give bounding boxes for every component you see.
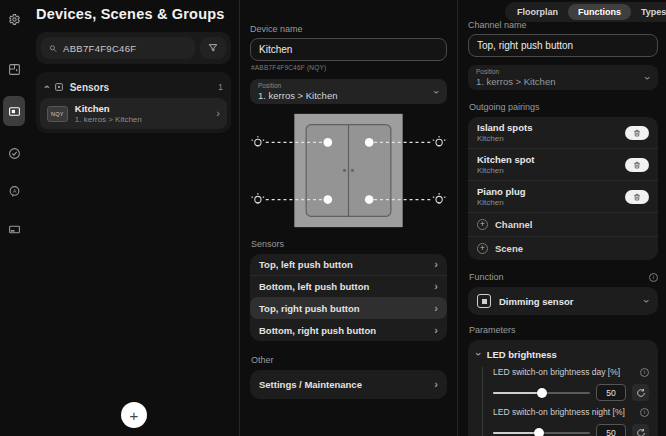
- floorplan-nav-icon[interactable]: [3, 58, 25, 80]
- param-day-controls: [493, 384, 649, 401]
- chevron-right-icon: ›: [216, 108, 220, 119]
- position-lines: Position 1. kerros > Kitchen: [258, 82, 435, 101]
- search-input[interactable]: [41, 37, 195, 59]
- device-tree-panel: Devices, Scenes & Groups › Sensors 1 NQY…: [28, 0, 239, 436]
- param-night-label: LED switch-on brightness night [%]: [493, 407, 625, 417]
- chevron-down-icon: ›: [473, 352, 485, 356]
- function-label-text: Function: [469, 272, 504, 282]
- delete-pairing-button[interactable]: [625, 190, 649, 204]
- media-card-nav-icon[interactable]: [3, 218, 25, 240]
- device-name-input[interactable]: [250, 38, 447, 61]
- other-section-label: Other: [251, 355, 447, 365]
- slider-fill: [493, 392, 542, 395]
- night-brightness-value[interactable]: [596, 424, 626, 436]
- group-label: Sensors: [70, 82, 109, 93]
- pairings-list: Island spots Kitchen Kitchen spot Kitche…: [468, 117, 658, 260]
- filter-funnel-icon: [208, 43, 218, 53]
- device-position-dropdown[interactable]: Position 1. kerros > Kitchen ›: [250, 79, 447, 104]
- filter-button[interactable]: [200, 37, 226, 59]
- add-device-button[interactable]: +: [121, 402, 147, 428]
- position-lines: Position 1. kerros > Kitchen: [476, 68, 646, 87]
- chevron-right-icon: ›: [434, 259, 438, 270]
- trash-icon: [633, 193, 641, 201]
- info-icon[interactable]: i: [649, 273, 658, 282]
- parameters-section-label: Parameters: [469, 325, 658, 335]
- collapse-chevron-icon: ›: [40, 85, 52, 89]
- led-brightness-group-header[interactable]: › LED brightness: [477, 348, 649, 360]
- parameters-card: › LED brightness LED switch-on brightnes…: [468, 340, 658, 436]
- search-icon: [49, 44, 57, 53]
- sensor-item-label: Top, right push button: [259, 303, 360, 314]
- info-icon[interactable]: i: [640, 368, 649, 377]
- pairing-item-kitchen-spot[interactable]: Kitchen spot Kitchen: [468, 148, 658, 180]
- led-group-label: LED brightness: [487, 349, 557, 360]
- pairing-name: Piano plug: [477, 186, 526, 197]
- function-value: Dimming sensor: [499, 296, 573, 307]
- position-label: Position: [258, 82, 435, 89]
- device-figure-wrap: [250, 112, 447, 229]
- settings-maintenance-item[interactable]: Settings / Maintenance›: [250, 370, 447, 399]
- day-brightness-slider[interactable]: [493, 387, 590, 399]
- plus-icon: +: [477, 243, 488, 254]
- icon-rail: A: [0, 0, 28, 436]
- search-card: [36, 32, 231, 64]
- channel-position-dropdown[interactable]: Position 1. kerros > Kitchen ›: [468, 65, 658, 90]
- reset-icon: [636, 428, 646, 436]
- sensors-group: › Sensors 1 NQY Kitchen 1. kerros > Kitc…: [36, 72, 231, 133]
- delete-pairing-button[interactable]: [625, 126, 649, 140]
- settings-item-label: Settings / Maintenance: [259, 379, 362, 390]
- sensor-item-top-right[interactable]: Top, right push button›: [250, 297, 447, 319]
- device-list-item-kitchen[interactable]: NQY Kitchen 1. kerros > Kitchen ›: [40, 98, 227, 129]
- pairing-item-island-spots[interactable]: Island spots Kitchen: [468, 117, 658, 148]
- sensor-item-label: Bottom, left push button: [259, 281, 369, 292]
- settings-gear-icon[interactable]: [3, 8, 25, 30]
- sensors-group-header[interactable]: › Sensors 1: [40, 76, 227, 98]
- position-value: 1. kerros > Kitchen: [476, 76, 646, 87]
- page-title: Devices, Scenes & Groups: [36, 6, 231, 22]
- reset-default-button[interactable]: [632, 424, 649, 436]
- param-night-controls: [493, 424, 649, 436]
- param-night-label-row: LED switch-on brightness night [%] i: [493, 407, 649, 417]
- device-name-label: Device name: [250, 24, 447, 34]
- pairing-text: Piano plug Kitchen: [477, 186, 526, 207]
- delete-pairing-button[interactable]: [625, 158, 649, 172]
- sensor-item-bottom-right[interactable]: Bottom, right push button›: [250, 319, 447, 341]
- device-illustration: [250, 112, 447, 229]
- function-dropdown[interactable]: Dimming sensor ›: [468, 287, 658, 315]
- assistant-nav-icon[interactable]: A: [3, 180, 25, 202]
- reset-default-button[interactable]: [632, 384, 649, 401]
- chevron-right-icon: ›: [434, 325, 438, 336]
- pairing-item-piano-plug[interactable]: Piano plug Kitchen: [468, 180, 658, 212]
- other-list: Settings / Maintenance›: [250, 370, 447, 399]
- sensor-item-label: Top, left push button: [259, 259, 353, 270]
- slider-fill: [493, 432, 539, 435]
- add-channel-label: Channel: [495, 219, 532, 230]
- day-brightness-value[interactable]: [596, 384, 626, 401]
- function-card: Dimming sensor ›: [468, 287, 658, 315]
- sensor-type-icon: [54, 82, 64, 92]
- device-serial: #ABB7F4F9C46F (NQY): [251, 64, 447, 71]
- channel-name-input[interactable]: [468, 34, 658, 57]
- channel-name-label: Channel name: [468, 20, 658, 30]
- pairings-section-label: Outgoing pairings: [469, 102, 658, 112]
- chevron-right-icon: ›: [434, 281, 438, 292]
- trash-icon: [633, 161, 641, 169]
- slider-thumb[interactable]: [537, 388, 547, 398]
- chevron-right-icon: ›: [434, 379, 438, 390]
- info-icon[interactable]: i: [640, 408, 649, 417]
- sensor-item-top-left[interactable]: Top, left push button›: [250, 254, 447, 275]
- device-name: Kitchen: [75, 103, 142, 114]
- add-scene-button[interactable]: + Scene: [468, 236, 658, 260]
- search-field[interactable]: [63, 43, 187, 54]
- device-detail-panel: Device name #ABB7F4F9C46F (NQY) Position…: [240, 0, 457, 436]
- devices-nav-icon[interactable]: [3, 96, 25, 126]
- param-day-label-row: LED switch-on brightness day [%] i: [493, 367, 649, 377]
- slider-thumb[interactable]: [534, 428, 544, 436]
- sensor-item-bottom-left[interactable]: Bottom, left push button›: [250, 275, 447, 297]
- function-section-label: Function i: [469, 272, 658, 282]
- night-brightness-slider[interactable]: [493, 427, 590, 436]
- commissioning-check-icon[interactable]: [3, 142, 25, 164]
- position-value: 1. kerros > Kitchen: [258, 90, 435, 101]
- led-group-body: LED switch-on brightness day [%] i LED s…: [482, 367, 649, 436]
- add-channel-button[interactable]: + Channel: [468, 212, 658, 236]
